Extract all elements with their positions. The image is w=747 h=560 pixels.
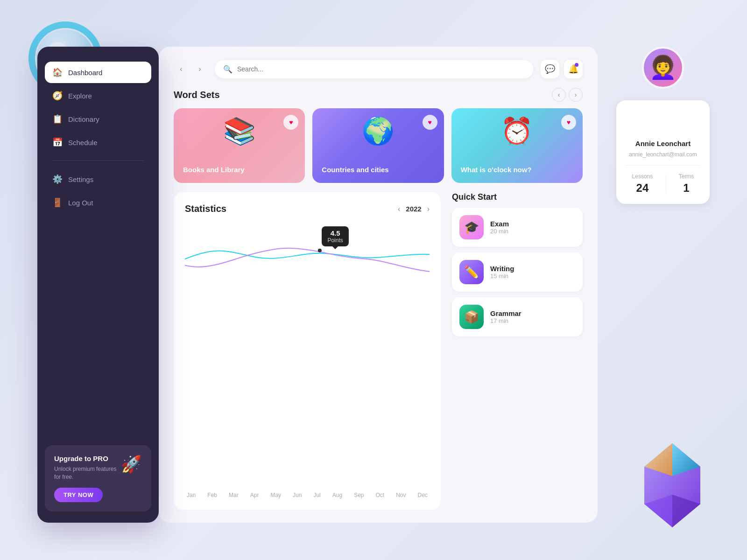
nav-arrows: ‹ › xyxy=(174,62,207,77)
quick-item-grammar[interactable]: 📦 Grammar 17 min xyxy=(452,297,583,336)
bottom-row: Statistics ‹ 2022 › 4.5 Points xyxy=(174,192,583,510)
word-sets-arrows: ‹ › xyxy=(552,88,583,102)
writing-name: Writing xyxy=(490,265,514,273)
sidebar-item-logout[interactable]: 🚪 Log Out xyxy=(45,192,151,213)
word-set-label-clock: What is o'clock now? xyxy=(461,166,573,174)
sidebar-label-dictionary: Dictionary xyxy=(68,115,99,123)
clock-emoji: ⏰ xyxy=(500,116,533,147)
chart-month-labels: Jan Feb Mar Apr May Jun Jul Aug Sep Oct … xyxy=(185,492,430,498)
messages-icon: 💬 xyxy=(545,64,555,74)
messages-button[interactable]: 💬 xyxy=(541,60,559,78)
notification-dot xyxy=(575,63,578,67)
sidebar: 🏠 Dashboard 🧭 Explore 📋 Dictionary 📅 Sch… xyxy=(37,47,159,523)
month-sep: Sep xyxy=(354,492,364,498)
month-may: May xyxy=(270,492,281,498)
year-prev-button[interactable]: ‹ xyxy=(398,205,400,213)
home-icon: 🏠 xyxy=(52,67,63,77)
year-next-button[interactable]: › xyxy=(427,205,430,213)
sidebar-item-schedule[interactable]: 📅 Schedule xyxy=(45,132,151,153)
month-oct: Oct xyxy=(376,492,385,498)
nav-forward-button[interactable]: › xyxy=(192,62,207,77)
profile-email: annie_leonchart@mail.com xyxy=(629,151,697,158)
sidebar-label-logout: Log Out xyxy=(68,199,93,207)
lessons-value: 24 xyxy=(636,182,649,195)
statistics-chart: 4.5 Points xyxy=(185,222,430,484)
right-panel: 👩‍🦱 Annie Leonchart annie_leonchart@mail… xyxy=(616,47,710,204)
schedule-icon: 📅 xyxy=(52,137,63,147)
notifications-button[interactable]: 🔔 xyxy=(564,60,583,78)
year-nav: ‹ 2022 › xyxy=(398,205,430,213)
exam-name: Exam xyxy=(490,220,509,228)
word-sets-section: Word Sets ‹ › ♥ 📚 Books and Library ♥ 🌍 … xyxy=(174,88,583,183)
profile-card: Annie Leonchart annie_leonchart@mail.com… xyxy=(616,100,710,204)
month-apr: Apr xyxy=(250,492,259,498)
month-feb: Feb xyxy=(207,492,217,498)
month-jun: Jun xyxy=(293,492,302,498)
word-set-label-books: Books and Library xyxy=(183,166,296,174)
statistics-title: Statistics xyxy=(185,203,226,214)
month-dec: Dec xyxy=(418,492,428,498)
word-sets-prev-button[interactable]: ‹ xyxy=(552,88,566,102)
word-sets-next-button[interactable]: › xyxy=(569,88,583,102)
books-emoji: 📚 xyxy=(223,116,256,147)
lessons-stat: Lessons 24 xyxy=(632,173,653,195)
statistics-section: Statistics ‹ 2022 › 4.5 Points xyxy=(174,192,441,510)
sidebar-item-settings[interactable]: ⚙️ Settings xyxy=(45,168,151,190)
profile-name: Annie Leonchart xyxy=(635,140,691,147)
word-set-clock[interactable]: ♥ ⏰ What is o'clock now? xyxy=(451,108,583,183)
decorative-3d-shape xyxy=(635,439,710,532)
quick-item-exam[interactable]: 🎓 Exam 20 min xyxy=(452,208,583,247)
sidebar-item-explore[interactable]: 🧭 Explore xyxy=(45,85,151,106)
stat-divider xyxy=(666,175,666,193)
grammar-icon-bg: 📦 xyxy=(459,305,484,329)
statistics-header: Statistics ‹ 2022 › xyxy=(185,203,430,214)
word-set-heart-books[interactable]: ♥ xyxy=(283,115,298,130)
terms-value: 1 xyxy=(683,182,689,195)
grammar-icon: 📦 xyxy=(464,310,479,324)
word-sets-header: Word Sets ‹ › xyxy=(174,88,583,102)
chart-svg xyxy=(185,222,430,296)
sidebar-label-schedule: Schedule xyxy=(68,139,98,147)
exam-info: Exam 20 min xyxy=(490,220,509,235)
topbar: ‹ › 🔍 💬 🔔 xyxy=(174,60,583,78)
upgrade-title: Upgrade to PRO xyxy=(54,455,117,462)
lessons-label: Lessons xyxy=(632,173,653,180)
month-mar: Mar xyxy=(229,492,239,498)
month-jul: Jul xyxy=(313,492,320,498)
month-aug: Aug xyxy=(332,492,342,498)
upgrade-desc: Unlock premium features for free. xyxy=(54,465,117,481)
svg-point-10 xyxy=(318,249,322,252)
explore-icon: 🧭 xyxy=(52,91,63,101)
word-set-countries[interactable]: ♥ 🌍 Countries and cities xyxy=(312,108,444,183)
month-nov: Nov xyxy=(396,492,406,498)
word-set-heart-clock[interactable]: ♥ xyxy=(561,115,576,130)
writing-info: Writing 15 min xyxy=(490,265,514,280)
avatar: 👩‍🦱 xyxy=(642,47,684,89)
word-sets-grid: ♥ 📚 Books and Library ♥ 🌍 Countries and … xyxy=(174,108,583,183)
rocket-icon: 🚀 xyxy=(121,455,142,474)
search-icon: 🔍 xyxy=(223,65,233,74)
nav-back-button[interactable]: ‹ xyxy=(174,62,189,77)
sidebar-item-dashboard[interactable]: 🏠 Dashboard xyxy=(45,62,151,83)
writing-time: 15 min xyxy=(490,273,514,280)
exam-icon-bg: 🎓 xyxy=(459,215,484,239)
sidebar-item-dictionary[interactable]: 📋 Dictionary xyxy=(45,108,151,130)
word-set-heart-countries[interactable]: ♥ xyxy=(423,115,437,130)
nav-divider xyxy=(52,161,144,161)
writing-icon: ✏️ xyxy=(464,265,479,280)
word-set-books[interactable]: ♥ 📚 Books and Library xyxy=(174,108,305,183)
quick-item-writing[interactable]: ✏️ Writing 15 min xyxy=(452,252,583,292)
profile-avatar-container: 👩‍🦱 xyxy=(616,47,710,89)
dictionary-icon: 📋 xyxy=(52,114,63,124)
upgrade-card: Upgrade to PRO Unlock premium features f… xyxy=(45,445,151,511)
search-input[interactable] xyxy=(237,65,525,73)
sidebar-label-settings: Settings xyxy=(68,175,93,183)
word-set-label-countries: Countries and cities xyxy=(322,166,434,174)
sidebar-label-explore: Explore xyxy=(68,92,92,100)
grammar-info: Grammar 17 min xyxy=(490,309,521,324)
grammar-name: Grammar xyxy=(490,309,521,317)
profile-divider xyxy=(626,165,700,166)
exam-icon: 🎓 xyxy=(464,220,479,235)
upgrade-try-now-button[interactable]: TRY NOW xyxy=(54,488,103,502)
quick-start-title: Quick Start xyxy=(452,192,583,202)
